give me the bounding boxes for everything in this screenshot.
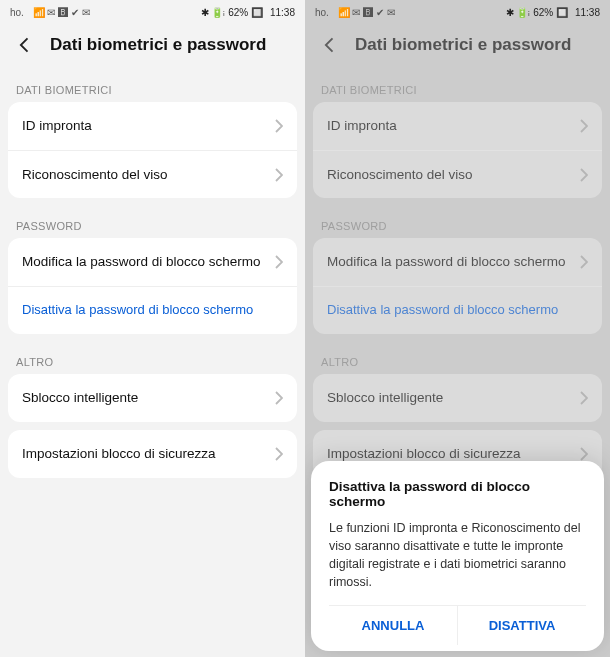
status-carrier: ho. 📶 ✉ 🅱 ✔ ✉ [10,7,90,18]
section-password-label: PASSWORD [0,206,305,238]
card-smart-unlock: Sblocco intelligente [8,374,297,422]
header: Dati biometrici e password [305,24,610,70]
row-disable-password[interactable]: Disattiva la password di blocco schermo [8,286,297,334]
row-fingerprint[interactable]: ID impronta [8,102,297,150]
status-carrier: ho. 📶 ✉ 🅱 ✔ ✉ [315,7,395,18]
cancel-button[interactable]: ANNULLA [329,606,457,645]
row-change-password: Modifica la password di blocco schermo [313,238,602,286]
settings-content-dimmed: Dati biometrici e password DATI BIOMETRI… [305,24,610,478]
page-title: Dati biometrici e password [50,35,266,55]
section-other-label: ALTRO [0,342,305,374]
row-disable-password: Disattiva la password di blocco schermo [313,286,602,334]
chevron-right-icon [275,168,283,182]
card-biometrics: ID impronta Riconoscimento del viso [8,102,297,198]
row-face: Riconoscimento del viso [313,150,602,198]
card-password: Modifica la password di blocco schermo D… [8,238,297,334]
dialog-title: Disattiva la password di blocco schermo [329,479,586,509]
settings-content: Dati biometrici e password DATI BIOMETRI… [0,24,305,478]
status-right: ✱ 🔋ᵢ 62% 🔲 11:38 [201,7,295,18]
section-biometrics-label: DATI BIOMETRICI [0,70,305,102]
page-title: Dati biometrici e password [355,35,571,55]
chevron-right-icon [580,168,588,182]
card-smart-unlock: Sblocco intelligente [313,374,602,422]
chevron-right-icon [275,447,283,461]
back-icon[interactable] [14,34,36,56]
chevron-right-icon [275,255,283,269]
section-other-label: ALTRO [305,342,610,374]
section-password-label: PASSWORD [305,206,610,238]
row-change-password[interactable]: Modifica la password di blocco schermo [8,238,297,286]
back-icon [319,34,341,56]
chevron-right-icon [580,447,588,461]
dialog-actions: ANNULLA DISATTIVA [329,605,586,645]
chevron-right-icon [275,391,283,405]
confirm-button[interactable]: DISATTIVA [457,606,586,645]
card-security-lock: Impostazioni blocco di sicurezza [8,430,297,478]
row-smart-unlock: Sblocco intelligente [313,374,602,422]
status-right: ✱ 🔋ᵢ 62% 🔲 11:38 [506,7,600,18]
phone-right: ho. 📶 ✉ 🅱 ✔ ✉ ✱ 🔋ᵢ 62% 🔲 11:38 Dati biom… [305,0,610,657]
row-fingerprint: ID impronta [313,102,602,150]
chevron-right-icon [580,391,588,405]
dialog-body: Le funzioni ID impronta e Riconoscimento… [329,519,586,592]
status-bar: ho. 📶 ✉ 🅱 ✔ ✉ ✱ 🔋ᵢ 62% 🔲 11:38 [305,0,610,24]
chevron-right-icon [580,255,588,269]
header: Dati biometrici e password [0,24,305,70]
row-smart-unlock[interactable]: Sblocco intelligente [8,374,297,422]
card-biometrics: ID impronta Riconoscimento del viso [313,102,602,198]
confirm-dialog: Disattiva la password di blocco schermo … [311,461,604,652]
phone-left: ho. 📶 ✉ 🅱 ✔ ✉ ✱ 🔋ᵢ 62% 🔲 11:38 Dati biom… [0,0,305,657]
chevron-right-icon [580,119,588,133]
chevron-right-icon [275,119,283,133]
status-bar: ho. 📶 ✉ 🅱 ✔ ✉ ✱ 🔋ᵢ 62% 🔲 11:38 [0,0,305,24]
row-security-lock[interactable]: Impostazioni blocco di sicurezza [8,430,297,478]
card-password: Modifica la password di blocco schermo D… [313,238,602,334]
section-biometrics-label: DATI BIOMETRICI [305,70,610,102]
row-face[interactable]: Riconoscimento del viso [8,150,297,198]
